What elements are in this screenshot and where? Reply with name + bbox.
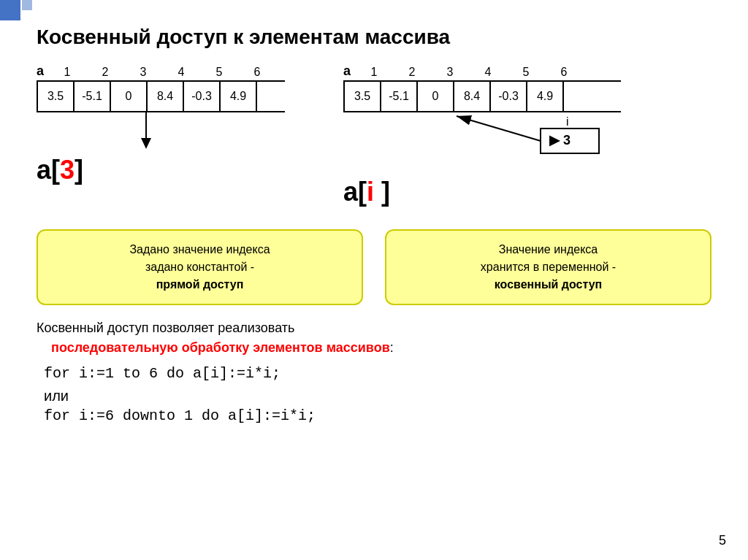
left-array-cells: 3.5 -5.1 0 8.4 -0.3 4.9 xyxy=(37,80,285,112)
right-cell-2: -5.1 xyxy=(380,82,418,111)
code-block-2: for i:=6 downto 1 do a[i]:=i*i; xyxy=(44,407,711,424)
svg-text:▶ 3: ▶ 3 xyxy=(549,133,570,147)
right-index-2: 2 xyxy=(393,66,431,79)
right-index-5: 5 xyxy=(507,66,545,79)
left-cell-2: -5.1 xyxy=(73,82,111,111)
left-array-label-row: a 1 2 3 4 5 6 xyxy=(37,64,285,79)
left-cell-4: 8.4 xyxy=(146,82,184,111)
right-cell-3: 0 xyxy=(416,82,454,111)
left-index-2: 2 xyxy=(86,66,124,79)
right-access-label: a[i ] xyxy=(343,177,621,207)
yellow-boxes-row: Задано значение индекса задано константо… xyxy=(37,229,711,305)
right-arrow-svg: i ▶ 3 xyxy=(343,112,621,171)
description-line1: Косвенный доступ позволяет реализовать xyxy=(37,321,294,335)
right-cell-4: 8.4 xyxy=(453,82,491,111)
description-suffix: : xyxy=(390,340,394,355)
left-arrow-container xyxy=(37,112,285,149)
svg-text:i: i xyxy=(566,115,569,128)
left-array-var: a xyxy=(37,64,44,79)
right-tooltip-line1: Значение индекса xyxy=(499,243,598,256)
svg-marker-1 xyxy=(141,138,151,149)
corner-decoration-tl2 xyxy=(22,0,32,10)
svg-line-5 xyxy=(457,116,541,141)
left-cell-6: 4.9 xyxy=(219,82,257,111)
left-arrow-svg xyxy=(37,112,183,149)
right-cell-6: 4.9 xyxy=(526,82,564,111)
left-index-4: 4 xyxy=(162,66,200,79)
right-index-3: 3 xyxy=(431,66,469,79)
description-line2: последовательную обработку элементов мас… xyxy=(51,340,390,355)
right-array-cells: 3.5 -5.1 0 8.4 -0.3 4.9 xyxy=(343,80,621,112)
description-block: Косвенный доступ позволяет реализовать п… xyxy=(37,318,711,358)
left-cell-1: 3.5 xyxy=(37,82,75,111)
right-index-6: 6 xyxy=(545,66,583,79)
left-tooltip-line1: Задано значение индекса xyxy=(129,243,270,256)
right-array-indices: 1 2 3 4 5 6 xyxy=(355,66,583,79)
page-number: 5 xyxy=(719,533,726,548)
left-cell-3: 0 xyxy=(110,82,148,111)
right-tooltip-line2: хранится в переменной - xyxy=(481,261,616,273)
left-cell-5: -0.3 xyxy=(183,82,221,111)
left-index-3: 3 xyxy=(124,66,162,79)
left-tooltip-box: Задано значение индекса задано константо… xyxy=(37,229,363,305)
code-block-1: for i:=1 to 6 do a[i]:=i*i; xyxy=(44,365,711,382)
left-array-indices: 1 2 3 4 5 6 xyxy=(48,66,276,79)
right-index-1: 1 xyxy=(355,66,393,79)
right-cell-1: 3.5 xyxy=(343,82,381,111)
left-diagram-section: a 1 2 3 4 5 6 3.5 -5.1 0 8.4 -0.3 4.9 xyxy=(37,64,285,185)
diagrams-area: a 1 2 3 4 5 6 3.5 -5.1 0 8.4 -0.3 4.9 xyxy=(37,64,711,207)
left-access-label: a[3] xyxy=(37,155,285,185)
right-diagram-section: a 1 2 3 4 5 6 3.5 -5.1 0 8.4 -0.3 4.9 xyxy=(343,64,621,207)
right-access-value: i xyxy=(367,177,374,207)
left-index-5: 5 xyxy=(200,66,238,79)
left-index-6: 6 xyxy=(238,66,276,79)
right-i-container: i ▶ 3 xyxy=(343,112,621,171)
left-tooltip-line3: прямой доступ xyxy=(156,278,244,291)
right-tooltip-line3: косвенный доступ xyxy=(495,278,602,291)
right-array-label-row: a 1 2 3 4 5 6 xyxy=(343,64,621,79)
left-index-1: 1 xyxy=(48,66,86,79)
slide: Косвенный доступ к элементам массива a 1… xyxy=(0,0,748,560)
right-tooltip-box: Значение индекса хранится в переменной -… xyxy=(385,229,711,305)
right-array-var: a xyxy=(343,64,351,79)
left-tooltip-line2: задано константой - xyxy=(145,261,254,273)
ili-text: или xyxy=(44,388,711,404)
left-access-value: 3 xyxy=(60,155,75,185)
corner-decoration-tl xyxy=(0,0,20,20)
slide-title: Косвенный доступ к элементам массива xyxy=(37,26,711,49)
right-index-4: 4 xyxy=(469,66,507,79)
right-cell-5: -0.3 xyxy=(489,82,527,111)
